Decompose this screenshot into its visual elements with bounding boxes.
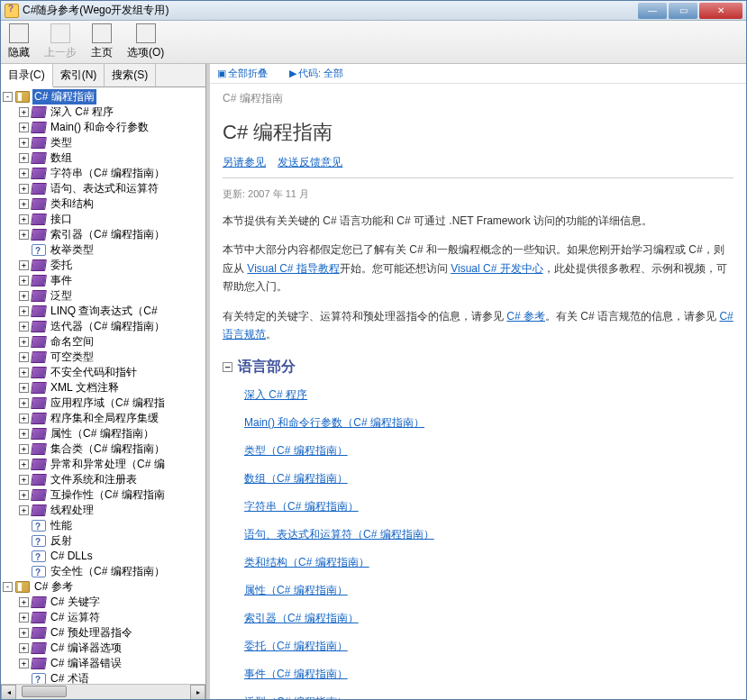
tab-search[interactable]: 搜索(S)	[105, 64, 156, 86]
tab-contents[interactable]: 目录(C)	[1, 64, 53, 87]
topic-link[interactable]: 属性（C# 编程指南）	[244, 583, 733, 598]
expander-icon[interactable]: +	[19, 230, 29, 240]
tree-node[interactable]: +事件	[3, 273, 204, 288]
code-all-link[interactable]: ▶代码: 全部	[289, 67, 343, 80]
tree-label[interactable]: 事件	[49, 273, 74, 288]
expander-icon[interactable]: -	[3, 582, 13, 592]
tree-label[interactable]: XML 文档注释	[49, 380, 121, 395]
tree-node[interactable]: +集合类（C# 编程指南）	[3, 441, 204, 457]
tab-index[interactable]: 索引(N)	[53, 64, 105, 86]
tree-label[interactable]: 深入 C# 程序	[49, 105, 115, 120]
tree-node[interactable]: +C# 编译器错误	[3, 656, 204, 671]
expander-icon[interactable]: +	[19, 475, 29, 485]
tree-node[interactable]: +属性（C# 编程指南）	[3, 426, 204, 441]
titlebar[interactable]: C#随身参考(Wego开发组专用) — ▭ ✕	[1, 1, 746, 21]
tree-node[interactable]: +应用程序域（C# 编程指	[3, 395, 204, 411]
tree-label[interactable]: 语句、表达式和运算符	[49, 181, 160, 196]
tree-label[interactable]: C# 预处理器指令	[49, 625, 134, 641]
collapse-all-link[interactable]: ▣全部折叠	[217, 67, 268, 80]
expander-icon[interactable]: +	[19, 414, 29, 423]
tree-label[interactable]: 类型	[49, 135, 74, 150]
expander-icon[interactable]: +	[19, 352, 29, 362]
tree-node[interactable]: C# 术语	[3, 671, 204, 684]
tree-label[interactable]: 字符串（C# 编程指南）	[49, 166, 167, 181]
topic-link[interactable]: 数组（C# 编程指南）	[244, 471, 733, 486]
expander-icon[interactable]: +	[19, 306, 29, 316]
tree-label[interactable]: 互操作性（C# 编程指南	[49, 487, 167, 503]
tree-node[interactable]: C# DLLs	[3, 549, 204, 564]
topic-link[interactable]: Main() 和命令行参数（C# 编程指南）	[244, 415, 733, 431]
expander-icon[interactable]: +	[19, 337, 29, 347]
tree-node[interactable]: +深入 C# 程序	[3, 105, 204, 120]
tree-node[interactable]: +异常和异常处理（C# 编	[3, 457, 204, 472]
tree-node[interactable]: +数组	[3, 150, 204, 166]
tree-label[interactable]: 程序集和全局程序集缓	[49, 411, 160, 426]
topic-link[interactable]: 字符串（C# 编程指南）	[244, 499, 733, 514]
tree-node[interactable]: -C# 参考	[3, 579, 204, 595]
expander-icon[interactable]: +	[19, 490, 29, 500]
tree-node[interactable]: +类和结构	[3, 196, 204, 212]
expander-icon[interactable]: +	[19, 184, 29, 194]
expander-icon[interactable]: +	[19, 597, 29, 607]
tree-label[interactable]: C# 编译器选项	[49, 641, 123, 656]
see-also-link[interactable]: 另请参见	[223, 156, 266, 168]
dev-center-link[interactable]: Visual C# 开发中心	[451, 262, 542, 275]
expander-icon[interactable]: +	[19, 444, 29, 454]
tree-label[interactable]: 迭代器（C# 编程指南）	[49, 319, 167, 334]
tree-label[interactable]: C# 编译器错误	[49, 656, 123, 671]
expander-icon[interactable]: +	[19, 276, 29, 286]
tree-node[interactable]: +线程处理	[3, 503, 204, 518]
expander-icon[interactable]: +	[19, 123, 29, 132]
tree-label[interactable]: 属性（C# 编程指南）	[49, 426, 156, 441]
tree-node[interactable]: +不安全代码和指针	[3, 365, 204, 380]
tree-node[interactable]: +接口	[3, 212, 204, 227]
tree-label[interactable]: 安全性（C# 编程指南）	[49, 564, 167, 579]
tree-node[interactable]: 性能	[3, 518, 204, 533]
expander-icon[interactable]: +	[19, 260, 29, 270]
tree-label[interactable]: C# 运算符	[49, 610, 102, 625]
tree-node[interactable]: +语句、表达式和运算符	[3, 181, 204, 196]
expander-icon[interactable]: +	[19, 459, 29, 469]
tree-label[interactable]: 命名空间	[49, 334, 96, 350]
tree-label[interactable]: 枚举类型	[49, 242, 96, 258]
contents-tree[interactable]: -C# 编程指南+深入 C# 程序+Main() 和命令行参数+类型+数组+字符…	[1, 87, 205, 684]
feedback-link[interactable]: 发送反馈意见	[278, 156, 342, 168]
expander-icon[interactable]: +	[19, 214, 29, 224]
expander-icon[interactable]: +	[19, 398, 29, 408]
tree-node[interactable]: +文件系统和注册表	[3, 472, 204, 487]
topic-link[interactable]: 事件（C# 编程指南）	[244, 667, 733, 682]
expander-icon[interactable]: +	[19, 659, 29, 668]
tree-node[interactable]: +可空类型	[3, 350, 204, 365]
tree-label[interactable]: 不安全代码和指针	[49, 365, 139, 380]
expander-icon[interactable]: +	[19, 368, 29, 377]
topic-link[interactable]: 索引器（C# 编程指南）	[244, 611, 733, 626]
tree-label[interactable]: 可空类型	[49, 350, 96, 365]
topic-link[interactable]: 类型（C# 编程指南）	[244, 443, 733, 459]
tree-label[interactable]: 委托	[49, 258, 74, 273]
tree-node[interactable]: +C# 预处理器指令	[3, 625, 204, 641]
tree-node[interactable]: +C# 编译器选项	[3, 641, 204, 656]
tree-node[interactable]: +迭代器（C# 编程指南）	[3, 319, 204, 334]
tree-label[interactable]: 集合类（C# 编程指南）	[49, 441, 167, 457]
expander-icon[interactable]: +	[19, 613, 29, 623]
scroll-track[interactable]	[16, 685, 190, 699]
tree-label[interactable]: Main() 和命令行参数	[49, 120, 150, 135]
scroll-right-button[interactable]: ▸	[190, 685, 205, 699]
tree-label[interactable]: C# 关键字	[49, 595, 102, 610]
minimize-button[interactable]: —	[638, 3, 667, 19]
expander-icon[interactable]: +	[19, 138, 29, 148]
expander-icon[interactable]: +	[19, 383, 29, 393]
expander-icon[interactable]: +	[19, 168, 29, 178]
expander-icon[interactable]: +	[19, 107, 29, 117]
tree-label[interactable]: 索引器（C# 编程指南）	[49, 227, 167, 242]
tree-label[interactable]: LINQ 查询表达式（C#	[49, 304, 159, 319]
tree-node[interactable]: +泛型	[3, 288, 204, 304]
scroll-left-button[interactable]: ◂	[1, 685, 16, 699]
tree-label[interactable]: 类和结构	[49, 196, 96, 212]
tree-node[interactable]: 反射	[3, 533, 204, 549]
expander-icon[interactable]: +	[19, 199, 29, 209]
tree-node[interactable]: +类型	[3, 135, 204, 150]
tree-node[interactable]: +C# 运算符	[3, 610, 204, 625]
expander-icon[interactable]: +	[19, 291, 29, 301]
tree-node[interactable]: +LINQ 查询表达式（C#	[3, 304, 204, 319]
